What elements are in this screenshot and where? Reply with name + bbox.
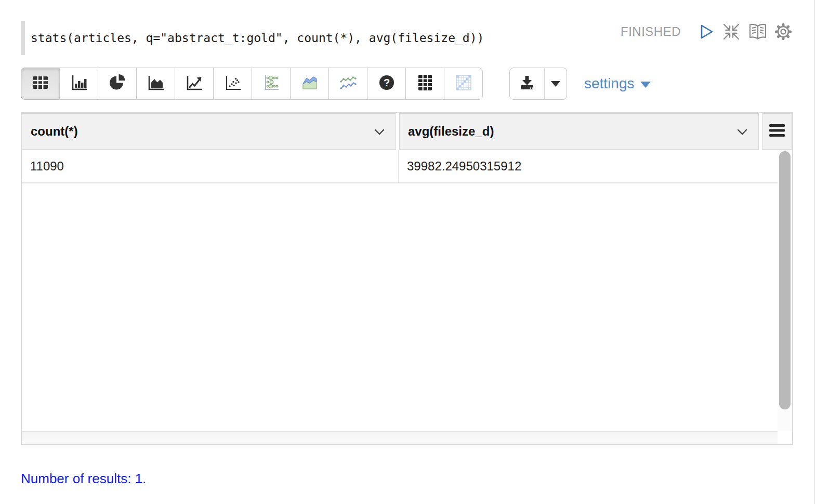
vertical-scrollbar-thumb[interactable] (779, 151, 791, 409)
scrollbar-corner (778, 431, 792, 444)
viz-button-multi-line-chart[interactable] (328, 68, 367, 100)
download-button[interactable] (509, 68, 545, 100)
paragraph-status-bar: FINISHED (621, 22, 792, 42)
hamburger-icon (769, 124, 785, 139)
editor-gutter (21, 21, 25, 55)
collapse-icon[interactable] (721, 22, 741, 41)
column-header-label: avg(filesize_d) (408, 124, 494, 139)
viz-button-stacked-area-chart[interactable] (290, 68, 329, 100)
grid-icon (416, 74, 434, 94)
settings-label: settings (584, 75, 635, 92)
vertical-scrollbar[interactable] (778, 150, 792, 431)
bar-chart-icon (70, 74, 88, 93)
download-options-button[interactable] (544, 68, 567, 100)
column-header-count[interactable]: count(*) (22, 113, 396, 150)
question-icon: ? (378, 74, 396, 94)
viz-button-line-chart[interactable] (175, 68, 214, 100)
heatmap-icon (455, 74, 472, 94)
page-right-edge (814, 0, 815, 504)
table-row[interactable]: 11090 39982.24950315912 (22, 150, 778, 183)
code-editor[interactable]: stats(articles, q="abstract_t:gold", cou… (21, 21, 484, 55)
cell-count: 11090 (22, 150, 399, 182)
viz-button-area-chart[interactable] (136, 68, 175, 100)
stacked-area-chart-icon (300, 74, 319, 94)
viz-button-bar-chart[interactable] (59, 68, 98, 100)
settings-toggle[interactable]: settings (584, 68, 651, 100)
column-header-label: count(*) (31, 124, 78, 139)
columns-menu-button[interactable] (762, 113, 792, 150)
pie-chart-icon (109, 74, 126, 94)
result-table: count(*) avg(filesize_d) (21, 112, 793, 445)
line-chart-icon (186, 74, 203, 93)
viz-button-pivot-table[interactable] (405, 68, 444, 100)
gear-icon[interactable] (774, 23, 792, 41)
download-split-button (509, 68, 567, 100)
run-icon[interactable] (698, 23, 715, 41)
column-header-avg[interactable]: avg(filesize_d) (399, 113, 759, 150)
results-count-note: Number of results: 1. (21, 471, 146, 487)
viz-button-table[interactable] (21, 68, 60, 100)
book-icon[interactable] (748, 23, 768, 41)
table-header-row: count(*) avg(filesize_d) (22, 113, 792, 150)
download-icon (518, 74, 536, 93)
chevron-down-icon[interactable] (374, 124, 385, 139)
caret-down-icon (551, 81, 560, 87)
bubble-chart-icon (262, 74, 281, 94)
viz-button-scatter-chart[interactable] (213, 68, 252, 100)
multi-line-chart-icon (338, 74, 358, 94)
table-icon (31, 74, 49, 93)
scatter-chart-icon (224, 74, 242, 93)
viz-button-help[interactable]: ? (367, 68, 406, 100)
viz-button-group: ? (21, 68, 483, 100)
table-body: 11090 39982.24950315912 (22, 150, 778, 431)
svg-text:?: ? (383, 77, 389, 88)
viz-button-pie-chart[interactable] (98, 68, 137, 100)
viz-toolbar: ? (21, 68, 483, 100)
viz-button-bubble-chart[interactable] (252, 68, 291, 100)
status-label: FINISHED (621, 24, 681, 39)
area-chart-icon (147, 74, 165, 93)
cell-avg: 39982.24950315912 (399, 150, 778, 182)
settings-caret-icon (640, 82, 651, 88)
query-text[interactable]: stats(articles, q="abstract_t:gold", cou… (25, 21, 484, 55)
chevron-down-icon[interactable] (736, 124, 748, 139)
horizontal-scrollbar[interactable] (22, 431, 778, 444)
viz-button-heatmap[interactable] (444, 68, 483, 100)
